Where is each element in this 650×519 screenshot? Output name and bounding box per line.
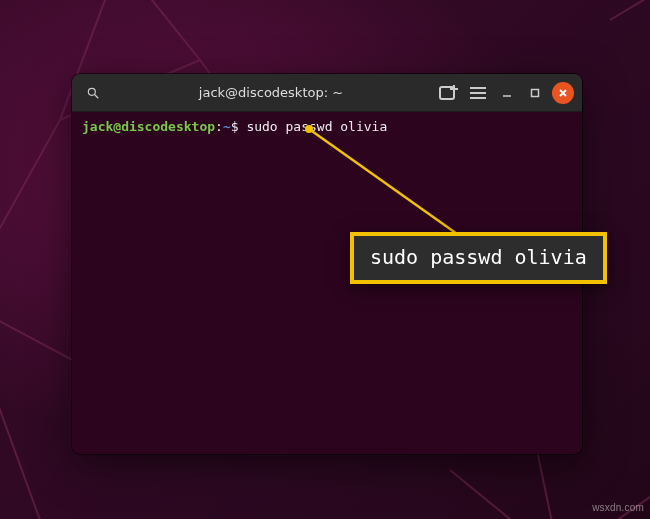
minimize-button[interactable]	[496, 82, 518, 104]
watermark-text: wsxdn.com	[592, 502, 644, 513]
hamburger-menu-icon[interactable]	[466, 81, 490, 105]
window-titlebar[interactable]: jack@discodesktop: ~	[72, 74, 582, 112]
search-icon[interactable]	[80, 80, 106, 106]
terminal-line: jack@discodesktop:~$ sudo passwd olivia	[82, 118, 572, 136]
svg-rect-9	[532, 89, 539, 96]
svg-point-0	[88, 88, 95, 95]
window-title: jack@discodesktop: ~	[112, 85, 430, 100]
new-tab-icon[interactable]	[436, 81, 460, 105]
annotation-dot-icon	[305, 125, 313, 133]
svg-line-1	[95, 94, 99, 98]
prompt-path: ~	[223, 119, 231, 134]
close-button[interactable]	[552, 82, 574, 104]
terminal-command: sudo passwd olivia	[246, 119, 387, 134]
annotation-text: sudo passwd olivia	[370, 245, 587, 269]
prompt-user-host: jack@discodesktop	[82, 119, 215, 134]
prompt-symbol: $	[231, 119, 239, 134]
annotation-callout: sudo passwd olivia	[350, 232, 607, 284]
maximize-button[interactable]	[524, 82, 546, 104]
prompt-separator: :	[215, 119, 223, 134]
